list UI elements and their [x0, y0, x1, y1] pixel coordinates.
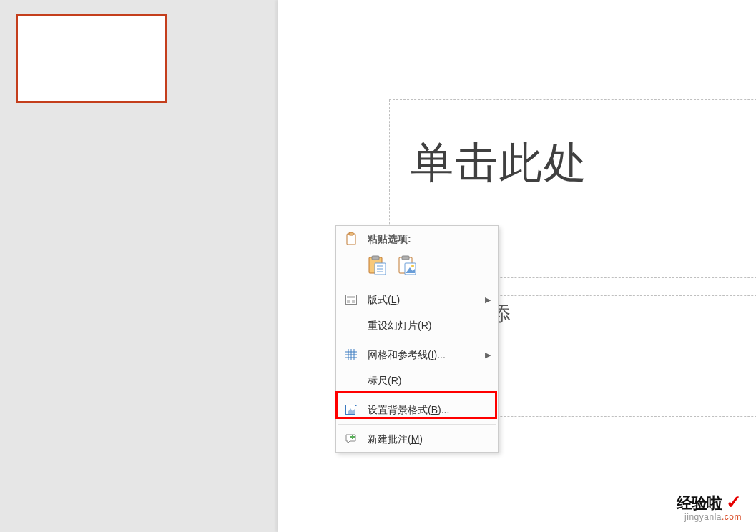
context-menu: 粘贴选项: 版式(L) ▶ 重设幻灯片(R): [335, 225, 499, 453]
menu-item-reset-slide[interactable]: 重设幻灯片(R): [336, 312, 498, 338]
menu-separator: [338, 424, 496, 425]
submenu-arrow-icon: ▶: [485, 295, 498, 305]
menu-item-format-background[interactable]: 设置背景格式(B)...: [336, 397, 498, 423]
menu-label: 标尺(R): [368, 368, 498, 393]
paste-options-row: [336, 249, 498, 283]
menu-label: 版式(L): [368, 287, 485, 312]
svg-rect-16: [352, 300, 355, 303]
menu-item-new-comment[interactable]: 新建批注(M): [336, 426, 498, 452]
slide-thumbnail-pane[interactable]: [0, 0, 197, 532]
paste-options-header: 粘贴选项:: [336, 226, 498, 249]
paste-as-picture-button[interactable]: [398, 255, 418, 276]
svg-rect-14: [347, 296, 355, 298]
title-placeholder-text[interactable]: 单击此处: [411, 134, 588, 192]
watermark: 经验啦 ✓ jingyanla.com: [677, 493, 742, 521]
menu-label: 设置背景格式(B)...: [368, 397, 498, 423]
menu-label: 网格和参考线(I)...: [368, 342, 485, 368]
svg-rect-9: [402, 256, 409, 260]
checkmark-icon: ✓: [726, 493, 742, 511]
submenu-arrow-icon: ▶: [485, 350, 498, 360]
svg-rect-15: [347, 300, 350, 303]
new-comment-icon: [345, 433, 358, 445]
svg-rect-3: [372, 256, 379, 260]
layout-icon: [345, 293, 358, 306]
menu-item-layout[interactable]: 版式(L) ▶: [336, 287, 498, 312]
svg-marker-24: [355, 404, 357, 406]
paste-keep-formatting-button[interactable]: [368, 255, 388, 276]
grid-icon: [345, 348, 358, 361]
paste-options-label: 粘贴选项:: [368, 226, 498, 252]
menu-label: 重设幻灯片(R): [368, 312, 498, 338]
svg-rect-1: [349, 232, 353, 235]
blank-icon: [345, 319, 358, 332]
clipboard-icon: [345, 232, 358, 245]
format-background-icon: [345, 403, 358, 416]
menu-label: 新建批注(M): [368, 426, 498, 452]
menu-item-grid-guides[interactable]: 网格和参考线(I)... ▶: [336, 342, 498, 368]
app-root: 单击此处 单击此处添 经验啦 ✓ jingyanla.com 粘贴选项:: [0, 0, 756, 532]
menu-separator: [338, 340, 496, 340]
menu-separator: [338, 395, 496, 395]
svg-point-12: [411, 265, 414, 267]
watermark-url: jingyanla.com: [677, 513, 742, 521]
menu-separator: [338, 285, 496, 285]
watermark-text: 经验啦: [677, 496, 722, 511]
blank-icon: [345, 374, 358, 387]
slide-thumbnail-1[interactable]: [16, 14, 167, 103]
menu-item-ruler[interactable]: 标尺(R): [336, 368, 498, 393]
